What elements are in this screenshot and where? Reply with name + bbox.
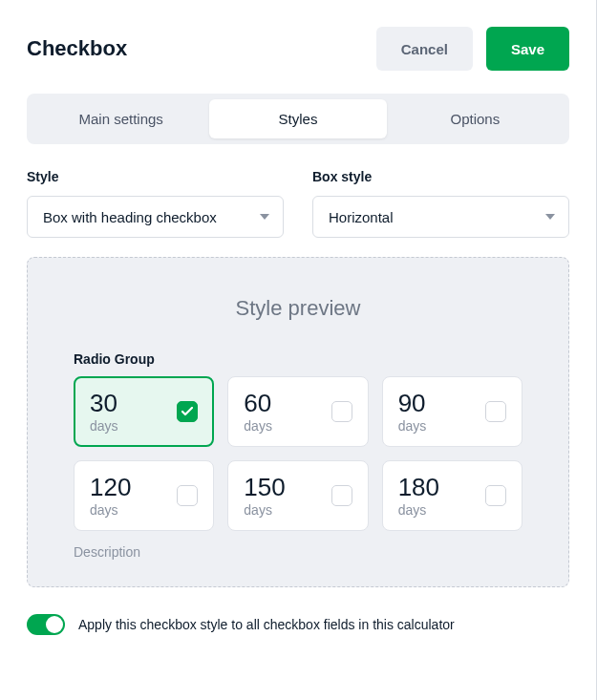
radio-unit: days: [90, 502, 131, 518]
style-preview: Style preview Radio Group 30days60days90…: [27, 257, 569, 587]
cancel-button[interactable]: Cancel: [376, 27, 473, 71]
radio-unit: days: [398, 418, 427, 434]
tab-main-settings[interactable]: Main settings: [32, 99, 209, 138]
preview-title: Style preview: [74, 296, 522, 321]
box-style-select[interactable]: Horizontal: [312, 196, 569, 238]
radio-card-150[interactable]: 150days: [227, 460, 368, 531]
box-style-select-value: Horizontal: [329, 209, 394, 225]
tab-options[interactable]: Options: [387, 99, 564, 138]
checkbox-icon: [331, 485, 352, 506]
radio-value: 180: [398, 474, 439, 501]
radio-unit: days: [90, 418, 118, 434]
tabs: Main settings Styles Options: [27, 94, 569, 144]
radio-card-180[interactable]: 180days: [382, 460, 522, 531]
page-title: Checkbox: [27, 36, 127, 61]
radio-card-120[interactable]: 120days: [74, 460, 214, 531]
checkbox-icon: [331, 401, 352, 422]
preview-description: Description: [74, 544, 522, 560]
radio-group-label: Radio Group: [74, 351, 522, 367]
style-label: Style: [27, 169, 284, 184]
chevron-down-icon: [260, 214, 269, 220]
checkbox-icon: [485, 485, 506, 506]
tab-styles[interactable]: Styles: [209, 99, 386, 138]
checkbox-icon: [177, 485, 198, 506]
radio-value: 90: [398, 390, 427, 417]
apply-all-toggle[interactable]: [27, 614, 65, 635]
toggle-knob: [46, 616, 63, 633]
radio-value: 60: [244, 390, 272, 417]
apply-all-label: Apply this checkbox style to all checkbo…: [78, 617, 455, 632]
radio-value: 30: [90, 390, 118, 417]
style-select-value: Box with heading checkbox: [43, 209, 217, 225]
radio-card-90[interactable]: 90days: [382, 376, 522, 447]
radio-card-30[interactable]: 30days: [74, 376, 214, 447]
radio-value: 150: [244, 474, 285, 501]
radio-unit: days: [398, 502, 439, 518]
checkbox-icon: [177, 401, 198, 422]
radio-card-60[interactable]: 60days: [227, 376, 368, 447]
radio-unit: days: [244, 418, 272, 434]
chevron-down-icon: [545, 214, 555, 220]
radio-unit: days: [244, 502, 285, 518]
style-select[interactable]: Box with heading checkbox: [27, 196, 284, 238]
box-style-label: Box style: [312, 169, 569, 184]
save-button[interactable]: Save: [486, 27, 569, 71]
checkbox-icon: [485, 401, 506, 422]
radio-value: 120: [90, 474, 131, 501]
